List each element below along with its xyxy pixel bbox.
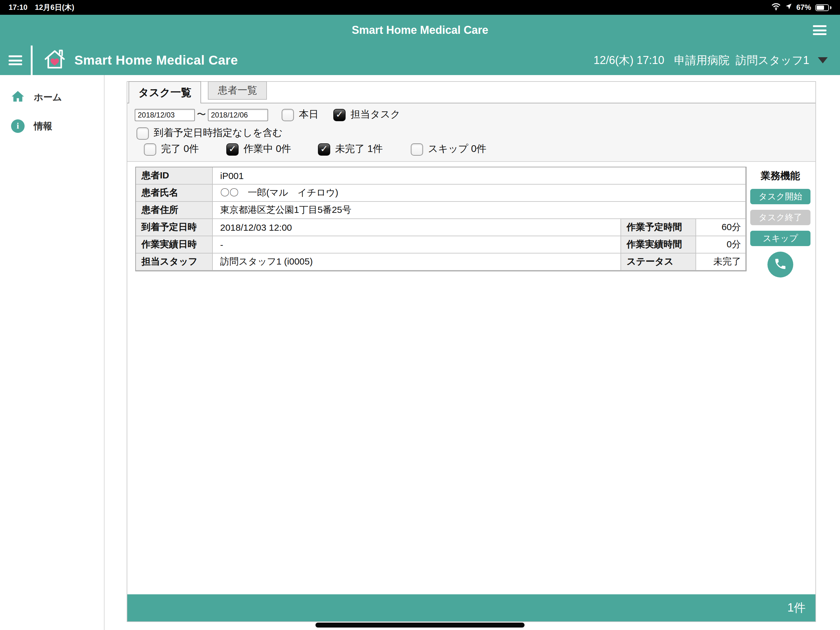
status-value: 未完了 <box>696 253 746 271</box>
filter-status-done: 完了 0件 <box>144 143 199 156</box>
working-label: 作業中 0件 <box>243 143 291 156</box>
patient-name-label: 患者氏名 <box>136 185 213 202</box>
header-datetime: 12/6(木) 17:10 <box>594 53 664 68</box>
done-checkbox[interactable] <box>144 143 156 155</box>
ios-status-bar: 17:10 12月6日(木) 67% <box>0 0 840 15</box>
top-nav-bar: Smart Home Medical Care <box>0 15 840 46</box>
header-right: 12/6(木) 17:10 申請用病院 訪問スタッフ1 <box>594 53 828 68</box>
staff-dropdown[interactable]: 申請用病院 訪問スタッフ1 <box>674 53 828 68</box>
task-card: 患者ID iP001 患者氏名 〇〇 一郎(マル イチロウ) 患者住所 東京都港… <box>135 167 812 283</box>
actions-header: 業務機能 <box>748 170 813 183</box>
staff-name: 訪問スタッフ1 <box>736 53 809 68</box>
app-name: Smart Home Medical Care <box>74 53 238 68</box>
arrival-datetime-label: 到着予定日時 <box>136 219 213 236</box>
sidebar-item-info[interactable]: i 情報 <box>0 112 104 140</box>
assigned-staff-label: 担当スタッフ <box>136 253 213 271</box>
status-date: 12月6日(木) <box>35 2 74 13</box>
skip-label: スキップ 0件 <box>428 143 486 156</box>
task-start-button[interactable]: タスク開始 <box>750 189 810 204</box>
main-content: タスク一覧 患者一覧 〜 本日 担当タスク 到 <box>127 81 816 622</box>
sidebar-toggle-button[interactable] <box>0 46 31 75</box>
assigned-task-label: 担当タスク <box>351 108 400 121</box>
tab-bar: タスク一覧 患者一覧 <box>128 81 267 103</box>
patient-address-value: 東京都港区芝公園1丁目5番25号 <box>213 202 746 219</box>
today-label: 本日 <box>299 108 319 121</box>
result-count-bar: 1件 <box>127 594 815 621</box>
page-title: Smart Home Medical Care <box>352 24 488 36</box>
assigned-task-checkbox[interactable] <box>333 109 346 121</box>
incomplete-label: 未完了 1件 <box>335 143 383 156</box>
incomplete-checkbox[interactable] <box>318 143 330 155</box>
filter-status-skip: スキップ 0件 <box>411 143 486 156</box>
header-main: Smart Home Medical Care 12/6(木) 17:10 申請… <box>33 46 840 75</box>
done-label: 完了 0件 <box>161 143 199 156</box>
hamburger-icon <box>9 55 22 65</box>
filter-status-incomplete: 未完了 1件 <box>318 143 383 156</box>
actual-datetime-value: - <box>213 236 621 253</box>
filter-include-unspecified: 到着予定日時指定なしを含む <box>136 127 283 140</box>
sidebar-item-home[interactable]: ホーム <box>0 82 104 112</box>
call-button[interactable] <box>767 252 793 277</box>
tab-patient-list[interactable]: 患者一覧 <box>208 81 267 100</box>
skip-checkbox[interactable] <box>411 143 423 155</box>
app-logo-icon <box>43 49 67 72</box>
menu-icon[interactable] <box>813 25 826 35</box>
task-end-button[interactable]: タスク終了 <box>750 210 810 225</box>
result-count: 1件 <box>788 600 805 616</box>
home-indicator[interactable] <box>316 623 524 628</box>
actual-time-value: 0分 <box>696 236 746 253</box>
filter-panel: 〜 本日 担当タスク 到着予定日時指定なしを含む 完了 0 <box>127 103 815 162</box>
hospital-name: 申請用病院 <box>674 53 729 68</box>
patient-name-value: 〇〇 一郎(マル イチロウ) <box>213 185 746 202</box>
phone-icon <box>774 257 787 272</box>
filter-today: 本日 <box>282 108 319 121</box>
planned-time-label: 作業予定時間 <box>621 219 696 236</box>
actual-datetime-label: 作業実績日時 <box>136 236 213 253</box>
sidebar-item-label: 情報 <box>34 120 52 132</box>
app-header: Smart Home Medical Care 12/6(木) 17:10 申請… <box>0 46 840 75</box>
today-checkbox[interactable] <box>282 109 294 121</box>
sidebar: ホーム i 情報 <box>0 75 104 630</box>
battery-percent: 67% <box>796 3 811 12</box>
filter-status-working: 作業中 0件 <box>226 143 291 156</box>
chevron-down-icon <box>818 57 828 63</box>
date-to-input[interactable] <box>208 109 268 121</box>
status-time: 17:10 <box>9 3 27 12</box>
info-icon: i <box>11 119 25 133</box>
date-range-separator: 〜 <box>197 109 206 120</box>
task-table: 患者ID iP001 患者氏名 〇〇 一郎(マル イチロウ) 患者住所 東京都港… <box>135 167 747 271</box>
task-skip-button[interactable]: スキップ <box>750 231 810 246</box>
patient-address-label: 患者住所 <box>136 202 213 219</box>
date-from-input[interactable] <box>135 109 195 121</box>
actual-time-label: 作業実績時間 <box>621 236 696 253</box>
location-arrow-icon <box>785 3 792 12</box>
home-icon <box>11 90 25 104</box>
filter-assigned: 担当タスク <box>333 108 400 121</box>
arrival-datetime-value: 2018/12/03 12:00 <box>213 219 621 236</box>
sidebar-item-label: ホーム <box>34 91 62 103</box>
working-checkbox[interactable] <box>226 143 238 155</box>
planned-time-value: 60分 <box>696 219 746 236</box>
hamburger-icon <box>813 25 826 35</box>
patient-id-label: 患者ID <box>136 167 213 185</box>
patient-id-value: iP001 <box>213 167 746 185</box>
status-label: ステータス <box>621 253 696 271</box>
battery-icon <box>815 4 829 11</box>
battery-tip <box>830 6 831 9</box>
app-root: 17:10 12月6日(木) 67% Smart Home Medical Ca… <box>0 0 840 630</box>
task-actions-panel: 業務機能 タスク開始 タスク終了 スキップ <box>748 167 813 277</box>
include-unspecified-checkbox[interactable] <box>136 127 149 139</box>
wifi-icon <box>771 2 781 12</box>
tab-task-list[interactable]: タスク一覧 <box>128 81 201 103</box>
include-unspecified-label: 到着予定日時指定なしを含む <box>154 127 283 140</box>
assigned-staff-value: 訪問スタッフ1 (i0005) <box>213 253 621 271</box>
